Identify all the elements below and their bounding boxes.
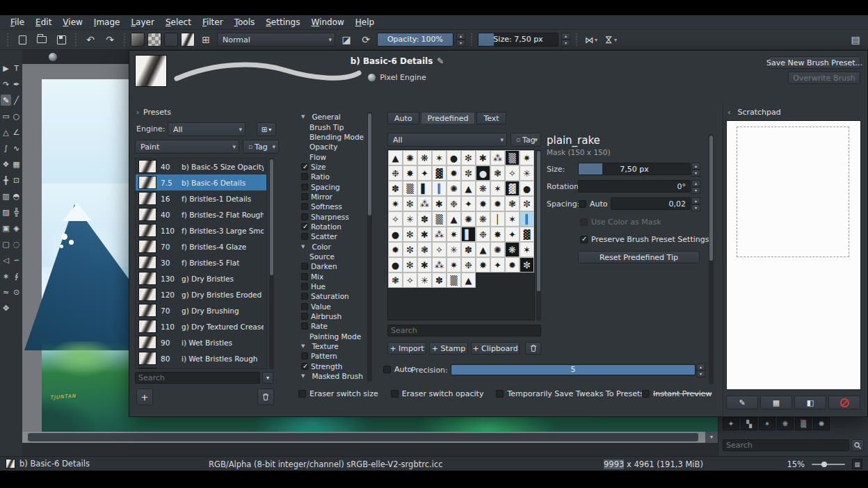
brush-tip-cell[interactable]: ▌	[417, 181, 432, 196]
brush-tip-cell[interactable]: ✻	[403, 257, 417, 273]
zoom-slider-handle[interactable]	[821, 462, 827, 467]
brush-tip-cell[interactable]: ▒	[432, 211, 447, 227]
pattern-swatch-button[interactable]	[147, 33, 161, 47]
blending-mode-combo[interactable]: Normal	[217, 33, 335, 47]
tool-move[interactable]: ╋	[1, 174, 11, 186]
tool-fill[interactable]: ▣	[1, 222, 11, 234]
brush-tip-cell[interactable]: ▲	[461, 273, 476, 288]
brush-tip-cell[interactable]: ✧	[403, 273, 417, 288]
docker-preset-thumbnail[interactable]: ▚	[741, 417, 757, 430]
brush-tip-cell[interactable]: ✽	[432, 273, 447, 288]
tab-text[interactable]: Text	[476, 112, 506, 124]
brush-tip-cell[interactable]: ║	[520, 211, 534, 227]
tag-filter-combo[interactable]: ▫Tag	[243, 140, 279, 154]
option-painting-mode[interactable]: Painting Mode	[300, 332, 367, 341]
brush-tip-cell[interactable]: ▲	[476, 242, 490, 257]
use-color-as-mask-checkbox[interactable]: Use Color as Mask	[580, 218, 661, 227]
brush-tip-cell[interactable]: ▌	[461, 227, 476, 242]
paint-category-combo[interactable]: Paint	[135, 140, 239, 154]
option-strength[interactable]: Strength	[300, 361, 367, 371]
brush-tip-cell[interactable]: ✶	[520, 242, 534, 257]
tip-size-slider[interactable]: 7,50 px	[578, 163, 691, 175]
gradient-swatch-button[interactable]	[131, 33, 145, 47]
option-brush-tip[interactable]: Brush Tip	[300, 122, 367, 131]
tool-dynamic-brush[interactable]: ∿	[11, 143, 22, 154]
tool-edit-shapes[interactable]: ↷	[1, 79, 11, 90]
precision-spinner[interactable]: ▴▾	[696, 364, 705, 376]
brush-tip-cell[interactable]: ✷	[447, 227, 461, 242]
brush-tip-cell[interactable]: ✦	[417, 165, 432, 181]
open-document-button[interactable]	[33, 31, 50, 48]
brush-tip-cell[interactable]: ▒	[447, 273, 461, 288]
docker-preset-thumbnail[interactable]: ✺	[813, 417, 830, 430]
option-flow[interactable]: Flow	[300, 152, 367, 161]
brush-tip-cell[interactable]: ●	[476, 165, 490, 181]
brush-tip-cell[interactable]: ✱	[432, 196, 447, 211]
brush-tip-cell[interactable]: ✹	[447, 165, 461, 181]
brush-tip-cell[interactable]: ✼	[403, 242, 417, 257]
option-softness[interactable]: Softness	[300, 202, 367, 211]
checkbox-eraser-switch-opacity[interactable]: Eraser switch opacity	[391, 389, 484, 398]
option-rotation[interactable]: Rotation	[300, 222, 367, 231]
tool-enclose-fill[interactable]: ◈	[11, 222, 22, 234]
brush-tip-cell[interactable]: ✦	[490, 257, 505, 273]
opacity-slider[interactable]: Opacity: 100%	[377, 33, 453, 47]
preset-item-g-dry-bristles[interactable]: 130g) Dry Bristles	[136, 270, 266, 286]
brush-tip-cell[interactable]: ❋	[476, 211, 490, 227]
brush-tip-cell[interactable]: ✦	[461, 196, 476, 211]
preset-search-input[interactable]	[135, 372, 260, 384]
save-document-button[interactable]	[53, 31, 70, 48]
tip-spacing-spinner[interactable]: ▴▾	[691, 197, 700, 210]
tool-polyline[interactable]: ∠	[11, 127, 22, 138]
reset-predefined-tip-button[interactable]: Reset Predefined Tip	[578, 251, 700, 263]
preset-search-options-button[interactable]: ▾	[262, 372, 273, 384]
brush-tip-cell[interactable]: ▲	[461, 181, 476, 196]
tool-transform[interactable]: ▦	[11, 158, 22, 170]
brush-preset-button[interactable]	[181, 33, 195, 47]
brush-tip-cell[interactable]: ✶	[490, 181, 505, 196]
brush-tip-cell[interactable]: ✸	[490, 227, 505, 242]
brush-tip-cell[interactable]: ✺	[461, 211, 476, 227]
brush-tip-cell[interactable]: ✱	[417, 257, 432, 273]
import-tip-button[interactable]: + Import	[387, 342, 426, 355]
brush-tip-cell[interactable]: ✼	[520, 196, 534, 211]
tip-tag-combo[interactable]: ▫Tag	[511, 133, 541, 147]
brush-tip-cell[interactable]: ▲	[388, 150, 403, 165]
tip-rotation-spinner[interactable]: ▴▾	[691, 180, 700, 193]
tool-gradient[interactable]: ▥	[1, 190, 11, 202]
brush-tip-cell[interactable]: ▓	[505, 181, 520, 196]
mirror-vertical-button[interactable]: ⋈▾	[602, 31, 619, 48]
menu-tools[interactable]: Tools	[230, 16, 260, 29]
tip-rotation-input[interactable]: 0°	[578, 180, 691, 193]
size-slider[interactable]: Size: 7,50 px	[478, 33, 558, 47]
save-new-brush-preset-button[interactable]: Save New Brush Preset...	[769, 56, 860, 69]
zoom-slider[interactable]	[812, 464, 845, 465]
option-source[interactable]: Source	[300, 252, 367, 261]
preset-item-f-bristles-3-large-smooth[interactable]: 110f) Bristles-3 Large Smooth	[136, 222, 266, 238]
option-saturation[interactable]: Saturation	[300, 291, 367, 301]
brush-tip-cell[interactable]: ▓	[432, 165, 447, 181]
size-spinner[interactable]: ▴▾	[561, 33, 570, 47]
menu-help[interactable]: Help	[351, 16, 379, 29]
preset-item-b-basic-5-size-opacity[interactable]: 40b) Basic-5 Size Opacity	[136, 158, 266, 174]
brush-tip-cell[interactable]: ║	[432, 181, 447, 196]
brush-tip-cell[interactable]: ✽	[388, 181, 403, 196]
spacing-auto-checkbox[interactable]: Auto	[579, 200, 608, 209]
brush-tip-cell[interactable]: ✹	[388, 242, 403, 257]
brush-tip-cell[interactable]: ●	[447, 150, 461, 165]
tool-bezier[interactable]: ∫	[1, 143, 11, 154]
brush-tip-cell[interactable]: ✺	[490, 242, 505, 257]
tool-polygon[interactable]: △	[1, 127, 11, 138]
brush-tip-cell[interactable]: ⁂	[490, 150, 505, 165]
option-mix[interactable]: Mix	[300, 272, 367, 282]
option-pattern[interactable]: Pattern	[300, 351, 367, 361]
brush-tip-cell[interactable]: ❉	[388, 165, 403, 181]
tool-magnetic-select[interactable]: ≈	[1, 286, 11, 298]
background-color-swatch[interactable]	[164, 33, 178, 47]
brush-tip-cell[interactable]: ●	[388, 257, 403, 273]
option-value[interactable]: Value	[300, 302, 367, 311]
rename-preset-button[interactable]: ✎	[437, 56, 444, 66]
scrollbar-corner-button[interactable]: ▾	[705, 432, 718, 443]
docker-preset-thumbnail[interactable]: ✶	[759, 417, 775, 430]
brush-tip-cell[interactable]: ▲	[447, 211, 461, 227]
